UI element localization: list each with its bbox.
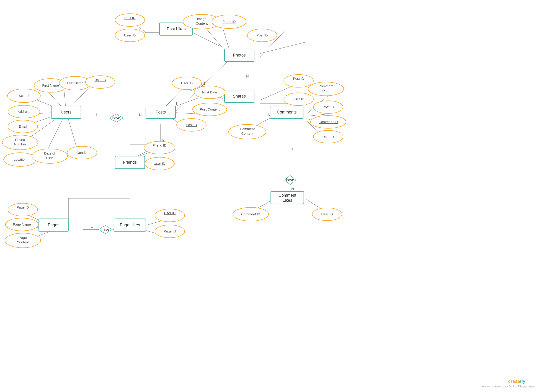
attr-post-content-label: Post Content xyxy=(200,107,220,111)
attr-commentlikes-user-id-label: User ID xyxy=(321,212,333,216)
attr-users-user-id-label: User ID xyxy=(95,78,106,82)
attr-photos-post-id-label: Post ID xyxy=(256,33,267,37)
svg-line-47 xyxy=(260,42,305,54)
attr-dob-label1: Date of xyxy=(44,151,55,155)
entity-comment-likes-label1: Comment xyxy=(279,193,296,198)
attr-last-name-label: Last Name xyxy=(67,81,84,85)
entity-comment-likes-label2: Likes xyxy=(283,198,292,203)
attr-postlikes-user-id-label: User ID xyxy=(124,33,136,37)
entity-post-likes-label: Post Likes xyxy=(167,27,185,31)
attr-comment-date-label2: Date xyxy=(322,89,329,93)
have-label-pages-pagelikes: have xyxy=(102,227,109,231)
entity-friends-label: Friends xyxy=(123,160,137,165)
attr-page-name-label: Page Name xyxy=(13,222,31,226)
attr-comment-date-label1: Comment xyxy=(318,84,334,88)
attr-phone-number-label1: Phone xyxy=(15,138,25,142)
entity-shares-label: Shares xyxy=(233,94,246,98)
attr-post-date-label: Post Date xyxy=(202,90,217,94)
svg-text:N: N xyxy=(291,187,294,191)
attr-shares-user-id-label: User ID xyxy=(293,97,305,101)
have-label-users-posts: have xyxy=(112,116,120,120)
attr-pagelikes-user-id-label: User ID xyxy=(164,211,176,215)
attr-page-content-label1: Page xyxy=(19,236,27,240)
creately-logo: creately xyxy=(508,379,525,384)
attr-phone-number-label2: Number xyxy=(14,142,26,146)
watermark: www.creately.com • Online Diagramming xyxy=(482,385,536,388)
attr-friend-id-label: Friend ID xyxy=(152,143,167,147)
have-label-comments: have xyxy=(286,178,294,182)
attr-image-content-label1: Image xyxy=(197,17,206,21)
attr-commentlikes-comment-id-label: Comment ID xyxy=(241,212,260,216)
attr-pagelikes-page-id-label: Page ID xyxy=(164,229,176,233)
entity-comments-label: Comments xyxy=(277,110,296,114)
attr-photo-id-label: Photo ID xyxy=(222,20,236,23)
svg-text:1: 1 xyxy=(91,225,93,228)
attr-gender-label: Gender xyxy=(76,151,88,155)
svg-text:N: N xyxy=(246,74,249,78)
attr-email-label: Email xyxy=(19,124,27,128)
entity-pages-label: Pages xyxy=(48,223,59,227)
attr-page-content-label2: Content xyxy=(17,240,29,244)
attr-page-id-label: Page ID xyxy=(17,205,29,209)
attr-dob-label2: Birth xyxy=(46,156,53,160)
attr-postlikes-post-id-label: Post ID xyxy=(124,16,135,20)
attr-comment-content-label2: Content xyxy=(241,131,253,135)
attr-school-label: School xyxy=(19,94,29,97)
svg-text:1: 1 xyxy=(291,147,293,151)
attr-comment-id-label: Comment ID xyxy=(319,120,338,124)
entity-users-label: Users xyxy=(61,110,71,114)
er-diagram: 1 N N N 1 N N N N 1 N 1 N xyxy=(0,0,547,392)
svg-text:1: 1 xyxy=(95,113,97,117)
entity-page-likes-label: Page Likes xyxy=(120,223,140,227)
attr-comment-post-id-label: Post ID xyxy=(322,105,334,109)
entity-photos-label: Photos xyxy=(233,53,246,57)
attr-posts-post-id-label: Post ID xyxy=(186,123,197,127)
attr-posts-user-id-label: User ID xyxy=(181,81,193,85)
attr-shares-post-id-label: Post ID xyxy=(293,76,304,81)
attr-address-label: Address xyxy=(18,110,30,113)
attr-comment-content-label1: Comment xyxy=(240,127,255,131)
attr-image-content-label2: Content xyxy=(196,21,208,25)
attr-friends-user-id-label: User ID xyxy=(154,162,165,165)
attr-comment-user-id-label: User ID xyxy=(322,135,334,138)
attr-location-label: Location xyxy=(14,158,27,161)
entity-posts-label: Posts xyxy=(155,110,166,114)
svg-text:N: N xyxy=(139,113,142,117)
svg-text:N: N xyxy=(202,82,205,85)
attr-first-name-label: First Name xyxy=(42,83,59,87)
svg-text:1: 1 xyxy=(176,102,178,105)
